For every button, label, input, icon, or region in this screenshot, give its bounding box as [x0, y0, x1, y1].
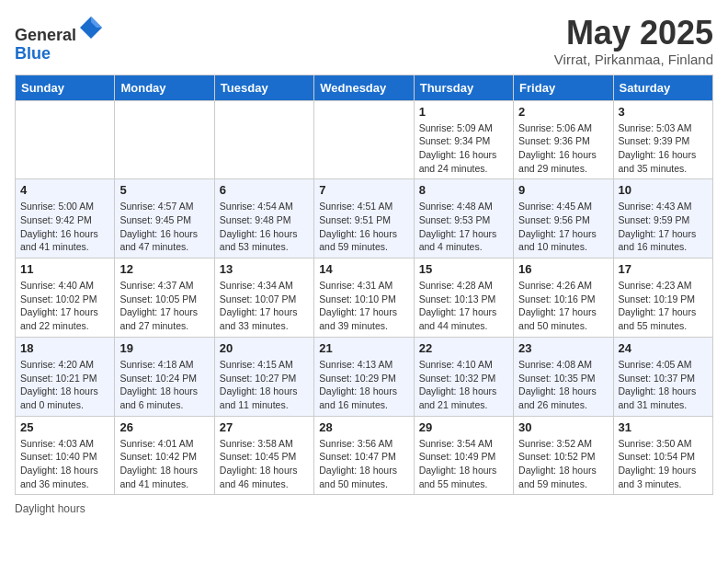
day-cell-26: 26Sunrise: 4:01 AM Sunset: 10:42 PM Dayl… [115, 416, 214, 495]
day-number: 14 [319, 262, 408, 276]
header-row: SundayMondayTuesdayWednesdayThursdayFrid… [16, 75, 713, 100]
day-number: 20 [220, 341, 309, 355]
day-info: Sunrise: 4:18 AM Sunset: 10:24 PM Daylig… [119, 358, 209, 412]
day-info: Sunrise: 4:03 AM Sunset: 10:40 PM Daylig… [20, 437, 109, 491]
month-title: May 2025 [554, 15, 713, 52]
day-cell-24: 24Sunrise: 4:05 AM Sunset: 10:37 PM Dayl… [613, 337, 712, 416]
day-number: 24 [619, 341, 708, 355]
day-number: 7 [319, 183, 408, 197]
day-cell-12: 12Sunrise: 4:37 AM Sunset: 10:05 PM Dayl… [115, 259, 214, 338]
day-info: Sunrise: 3:50 AM Sunset: 10:54 PM Daylig… [619, 437, 708, 491]
day-header-thursday: Thursday [414, 75, 513, 100]
day-number: 29 [419, 420, 508, 434]
day-number: 3 [619, 105, 708, 119]
day-cell-13: 13Sunrise: 4:34 AM Sunset: 10:07 PM Dayl… [214, 259, 313, 338]
day-info: Sunrise: 4:28 AM Sunset: 10:13 PM Daylig… [419, 279, 508, 333]
day-number: 26 [119, 420, 209, 434]
week-row-3: 11Sunrise: 4:40 AM Sunset: 10:02 PM Dayl… [16, 259, 713, 338]
day-cell-8: 8Sunrise: 4:48 AM Sunset: 9:53 PM Daylig… [414, 179, 513, 259]
day-cell-27: 27Sunrise: 3:58 AM Sunset: 10:45 PM Dayl… [214, 416, 313, 495]
day-info: Sunrise: 4:34 AM Sunset: 10:07 PM Daylig… [220, 279, 309, 333]
day-cell-10: 10Sunrise: 4:43 AM Sunset: 9:59 PM Dayli… [613, 179, 712, 259]
logo-blue: Blue [15, 44, 51, 63]
day-cell-6: 6Sunrise: 4:54 AM Sunset: 9:48 PM Daylig… [214, 179, 313, 259]
day-number: 18 [20, 341, 109, 355]
day-number: 19 [119, 341, 209, 355]
day-info: Sunrise: 3:58 AM Sunset: 10:45 PM Daylig… [220, 437, 309, 491]
day-number: 15 [419, 262, 508, 276]
day-number: 28 [319, 420, 408, 434]
day-cell-7: 7Sunrise: 4:51 AM Sunset: 9:51 PM Daylig… [314, 179, 414, 259]
day-info: Sunrise: 4:08 AM Sunset: 10:35 PM Daylig… [518, 358, 608, 412]
day-number: 23 [518, 341, 608, 355]
week-row-1: 1Sunrise: 5:09 AM Sunset: 9:34 PM Daylig… [16, 100, 713, 179]
day-cell-23: 23Sunrise: 4:08 AM Sunset: 10:35 PM Dayl… [514, 337, 613, 416]
day-number: 13 [220, 262, 309, 276]
day-info: Sunrise: 4:26 AM Sunset: 10:16 PM Daylig… [518, 279, 608, 333]
logo-general: General [15, 26, 76, 44]
day-info: Sunrise: 4:31 AM Sunset: 10:10 PM Daylig… [319, 279, 408, 333]
day-info: Sunrise: 5:03 AM Sunset: 9:39 PM Dayligh… [619, 121, 708, 176]
logo-icon [78, 15, 104, 40]
day-header-saturday: Saturday [613, 75, 712, 100]
page-header: General Blue May 2025 Virrat, Pirkanmaa,… [15, 15, 713, 67]
day-header-friday: Friday [514, 75, 613, 100]
day-info: Sunrise: 3:56 AM Sunset: 10:47 PM Daylig… [319, 437, 408, 491]
day-cell-empty [16, 100, 115, 179]
day-cell-4: 4Sunrise: 5:00 AM Sunset: 9:42 PM Daylig… [16, 179, 115, 259]
day-cell-15: 15Sunrise: 4:28 AM Sunset: 10:13 PM Dayl… [414, 259, 513, 338]
day-cell-16: 16Sunrise: 4:26 AM Sunset: 10:16 PM Dayl… [514, 259, 613, 338]
day-info: Sunrise: 3:54 AM Sunset: 10:49 PM Daylig… [419, 437, 508, 491]
day-cell-20: 20Sunrise: 4:15 AM Sunset: 10:27 PM Dayl… [214, 337, 313, 416]
logo: General Blue [15, 15, 104, 63]
day-cell-3: 3Sunrise: 5:03 AM Sunset: 9:39 PM Daylig… [613, 100, 712, 179]
day-info: Sunrise: 5:00 AM Sunset: 9:42 PM Dayligh… [20, 200, 109, 254]
day-cell-empty [314, 100, 414, 179]
day-cell-17: 17Sunrise: 4:23 AM Sunset: 10:19 PM Dayl… [613, 259, 712, 338]
day-number: 31 [619, 420, 708, 434]
day-info: Sunrise: 5:09 AM Sunset: 9:34 PM Dayligh… [419, 121, 508, 176]
day-cell-21: 21Sunrise: 4:13 AM Sunset: 10:29 PM Dayl… [314, 337, 414, 416]
day-cell-1: 1Sunrise: 5:09 AM Sunset: 9:34 PM Daylig… [414, 100, 513, 179]
day-number: 4 [20, 183, 109, 197]
day-info: Sunrise: 4:37 AM Sunset: 10:05 PM Daylig… [119, 279, 209, 333]
day-cell-31: 31Sunrise: 3:50 AM Sunset: 10:54 PM Dayl… [613, 416, 712, 495]
day-cell-29: 29Sunrise: 3:54 AM Sunset: 10:49 PM Dayl… [414, 416, 513, 495]
day-cell-2: 2Sunrise: 5:06 AM Sunset: 9:36 PM Daylig… [514, 100, 613, 179]
day-number: 16 [518, 262, 608, 276]
title-block: May 2025 Virrat, Pirkanmaa, Finland [554, 15, 713, 67]
day-info: Sunrise: 4:01 AM Sunset: 10:42 PM Daylig… [119, 437, 209, 491]
day-cell-5: 5Sunrise: 4:57 AM Sunset: 9:45 PM Daylig… [115, 179, 214, 259]
day-number: 5 [119, 183, 209, 197]
week-row-4: 18Sunrise: 4:20 AM Sunset: 10:21 PM Dayl… [16, 337, 713, 416]
day-number: 12 [119, 262, 209, 276]
day-cell-19: 19Sunrise: 4:18 AM Sunset: 10:24 PM Dayl… [115, 337, 214, 416]
day-info: Sunrise: 4:54 AM Sunset: 9:48 PM Dayligh… [220, 200, 309, 254]
week-row-2: 4Sunrise: 5:00 AM Sunset: 9:42 PM Daylig… [16, 179, 713, 259]
day-number: 22 [419, 341, 508, 355]
day-info: Sunrise: 4:43 AM Sunset: 9:59 PM Dayligh… [619, 200, 708, 254]
day-info: Sunrise: 4:15 AM Sunset: 10:27 PM Daylig… [220, 358, 309, 412]
day-number: 6 [220, 183, 309, 197]
day-number: 27 [220, 420, 309, 434]
day-cell-9: 9Sunrise: 4:45 AM Sunset: 9:56 PM Daylig… [514, 179, 613, 259]
day-header-tuesday: Tuesday [214, 75, 313, 100]
day-number: 2 [518, 105, 608, 119]
day-number: 9 [518, 183, 608, 197]
day-number: 10 [619, 183, 708, 197]
day-number: 25 [20, 420, 109, 434]
location-title: Virrat, Pirkanmaa, Finland [554, 52, 713, 67]
day-cell-28: 28Sunrise: 3:56 AM Sunset: 10:47 PM Dayl… [314, 416, 414, 495]
day-number: 17 [619, 262, 708, 276]
day-header-sunday: Sunday [16, 75, 115, 100]
day-cell-14: 14Sunrise: 4:31 AM Sunset: 10:10 PM Dayl… [314, 259, 414, 338]
day-number: 1 [419, 105, 508, 119]
day-cell-11: 11Sunrise: 4:40 AM Sunset: 10:02 PM Dayl… [16, 259, 115, 338]
day-cell-empty [115, 100, 214, 179]
day-header-wednesday: Wednesday [314, 75, 414, 100]
day-cell-22: 22Sunrise: 4:10 AM Sunset: 10:32 PM Dayl… [414, 337, 513, 416]
day-info: Sunrise: 4:40 AM Sunset: 10:02 PM Daylig… [20, 279, 109, 333]
day-info: Sunrise: 4:20 AM Sunset: 10:21 PM Daylig… [20, 358, 109, 412]
day-info: Sunrise: 5:06 AM Sunset: 9:36 PM Dayligh… [518, 121, 608, 176]
day-info: Sunrise: 4:45 AM Sunset: 9:56 PM Dayligh… [518, 200, 608, 254]
